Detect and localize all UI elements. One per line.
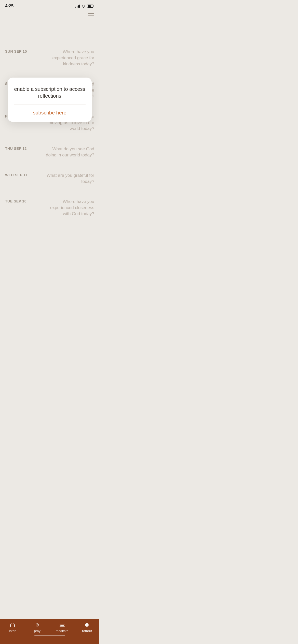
reflection-item[interactable]: WED SEP 11What are you grateful for toda…	[5, 165, 94, 192]
status-icons	[75, 5, 94, 8]
reflection-date: SUN SEP 15	[5, 49, 27, 53]
reflection-list: SUN SEP 15Where have you experienced gra…	[0, 42, 99, 224]
subscribe-button[interactable]: subscribe here	[14, 110, 86, 116]
modal-divider	[14, 105, 86, 105]
reflection-question: What do you see God doing in our world t…	[45, 146, 94, 158]
status-time: 4:25	[5, 4, 13, 9]
status-bar: 4:25	[0, 0, 99, 11]
hamburger-menu-icon[interactable]	[88, 13, 94, 17]
modal-title: enable a subscription to access reflecti…	[14, 86, 86, 99]
reflection-item[interactable]: THU SEP 12What do you see God doing in o…	[5, 139, 94, 165]
subscription-modal: enable a subscription to access reflecti…	[8, 78, 92, 122]
top-bar	[0, 11, 99, 21]
signal-icon	[75, 5, 80, 8]
reflection-date: THU SEP 12	[5, 146, 27, 151]
reflection-date: TUE SEP 10	[5, 199, 26, 203]
hero-spacer	[0, 21, 99, 42]
reflection-date: WED SEP 11	[5, 172, 28, 177]
battery-icon	[87, 5, 94, 8]
reflection-question: Where have you experienced grace for kin…	[45, 49, 94, 67]
reflection-item[interactable]: TUE SEP 10Where have you experienced clo…	[5, 192, 94, 224]
wifi-icon	[82, 5, 86, 8]
reflection-question: What are you grateful for today?	[45, 172, 94, 185]
reflection-question: Where have you experienced closeness wit…	[45, 199, 94, 217]
main-content: SUN SEP 15Where have you experienced gra…	[0, 21, 99, 255]
reflection-item[interactable]: SUN SEP 15Where have you experienced gra…	[5, 42, 94, 74]
